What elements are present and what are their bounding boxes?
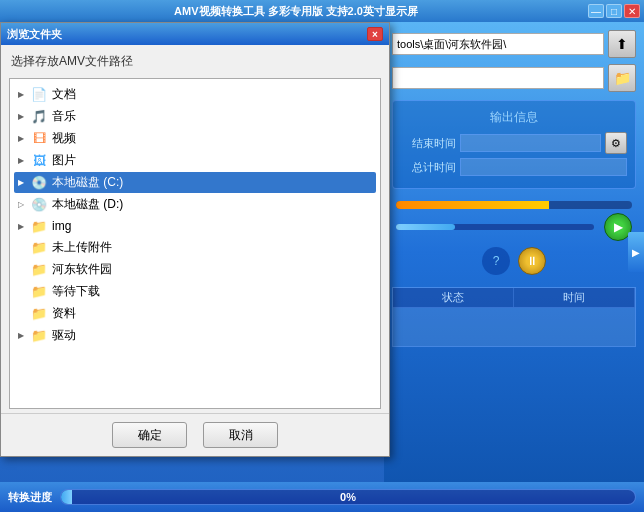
file-type-icon: 🖼 xyxy=(30,153,48,169)
tree-arrow-icon: ▶ xyxy=(18,134,30,143)
file-type-icon: 📁 xyxy=(30,306,48,322)
folder-browse-button[interactable]: 📁 xyxy=(608,64,636,92)
tree-arrow-icon: ▶ xyxy=(18,112,30,121)
tree-item-label: 未上传附件 xyxy=(52,239,112,256)
file-type-icon: 📄 xyxy=(30,87,48,103)
orange-progress-bar xyxy=(396,201,632,209)
total-time-label: 总计时间 xyxy=(401,160,456,175)
tree-item[interactable]: ▶ 🎵 音乐 xyxy=(14,106,376,127)
file-table: 状态 时间 xyxy=(392,287,636,347)
file-type-icon: 💿 xyxy=(30,197,48,213)
tree-arrow-icon: ▷ xyxy=(18,200,30,209)
tree-item-label: 等待下载 xyxy=(52,283,100,300)
end-time-row: 结束时间 ⚙ xyxy=(401,132,627,154)
tree-item[interactable]: ▶ 🎞 视频 xyxy=(14,128,376,149)
tree-item-label: 视频 xyxy=(52,130,76,147)
close-button[interactable]: ✕ xyxy=(624,4,640,18)
file-dialog: 浏览文件夹 × 选择存放AMV文件路径 ▶ 📄 文档 ▶ 🎵 音乐 ▶ 🎞 视频… xyxy=(0,22,390,457)
file-type-icon: 📁 xyxy=(30,262,48,278)
bottom-progress-text: 0% xyxy=(340,491,356,503)
tree-item[interactable]: ▶ 📁 驱动 xyxy=(14,325,376,346)
end-time-settings-button[interactable]: ⚙ xyxy=(605,132,627,154)
tree-item-label: 资料 xyxy=(52,305,76,322)
dialog-title-bar: 浏览文件夹 × xyxy=(1,23,389,45)
maximize-button[interactable]: □ xyxy=(606,4,622,18)
path-input[interactable] xyxy=(392,33,604,55)
folder-up-button[interactable]: ⬆ xyxy=(608,30,636,58)
dialog-cancel-button[interactable]: 取消 xyxy=(203,422,278,448)
file-type-icon: 🎞 xyxy=(30,131,48,147)
total-time-input[interactable] xyxy=(460,158,627,176)
tree-arrow-icon: ▶ xyxy=(18,90,30,99)
tree-item-label: 图片 xyxy=(52,152,76,169)
dialog-title: 浏览文件夹 xyxy=(7,27,367,42)
slider-track[interactable] xyxy=(396,224,594,230)
output-section-title: 输出信息 xyxy=(401,109,627,126)
tree-item[interactable]: 📁 未上传附件 xyxy=(14,237,376,258)
help-button[interactable]: ? xyxy=(482,247,510,275)
tree-item-label: 河东软件园 xyxy=(52,261,112,278)
tree-item-label: 音乐 xyxy=(52,108,76,125)
path-input-row: ⬆ xyxy=(392,30,636,58)
table-col-status: 状态 xyxy=(393,288,514,307)
dialog-ok-button[interactable]: 确定 xyxy=(112,422,187,448)
tree-arrow-icon: ▶ xyxy=(18,331,30,340)
table-col-time: 时间 xyxy=(514,288,635,307)
end-time-input[interactable] xyxy=(460,134,601,152)
dialog-prompt: 选择存放AMV文件路径 xyxy=(1,45,389,74)
slider-fill xyxy=(396,224,455,230)
minimize-button[interactable]: — xyxy=(588,4,604,18)
tree-item[interactable]: 📁 等待下载 xyxy=(14,281,376,302)
bottom-bar: 转换进度 0% xyxy=(0,482,644,512)
nav-arrow-button[interactable]: ▶ xyxy=(628,232,644,272)
file-tree[interactable]: ▶ 📄 文档 ▶ 🎵 音乐 ▶ 🎞 视频 ▶ 🖼 图片 ▶ 💿 本地磁盘 (C:… xyxy=(9,78,381,409)
tree-arrow-icon: ▶ xyxy=(18,178,30,187)
file-type-icon: 📁 xyxy=(30,328,48,344)
tree-item-label: img xyxy=(52,219,71,233)
tree-arrow-icon: ▶ xyxy=(18,222,30,231)
bottom-progress-bar: 0% xyxy=(60,489,636,505)
title-controls: — □ ✕ xyxy=(588,4,640,18)
total-time-row: 总计时间 xyxy=(401,158,627,176)
path-input2[interactable] xyxy=(392,67,604,89)
app-title: AMV视频转换工具 多彩专用版 支持2.0英寸显示屏 xyxy=(4,4,588,19)
file-type-icon: 📁 xyxy=(30,240,48,256)
tree-item[interactable]: ▶ 🖼 图片 xyxy=(14,150,376,171)
control-row2: ? ⏸ xyxy=(396,247,632,275)
tree-item-label: 文档 xyxy=(52,86,76,103)
tree-arrow-icon: ▶ xyxy=(18,156,30,165)
dialog-close-button[interactable]: × xyxy=(367,27,383,41)
tree-item-label: 本地磁盘 (D:) xyxy=(52,196,123,213)
output-section: 输出信息 结束时间 ⚙ 总计时间 xyxy=(392,100,636,189)
pause-button[interactable]: ⏸ xyxy=(518,247,546,275)
dialog-footer: 确定 取消 xyxy=(1,413,389,456)
tree-item[interactable]: ▶ 💿 本地磁盘 (C:) xyxy=(14,172,376,193)
file-type-icon: 📁 xyxy=(30,218,48,234)
bottom-progress-fill xyxy=(61,490,72,504)
tree-item[interactable]: 📁 资料 xyxy=(14,303,376,324)
tree-item[interactable]: ▶ 📄 文档 xyxy=(14,84,376,105)
right-panel: ⬆ 📁 输出信息 结束时间 ⚙ 总计时间 ▶ ? ⏸ xyxy=(384,22,644,482)
file-type-icon: 📁 xyxy=(30,284,48,300)
tree-item-label: 驱动 xyxy=(52,327,76,344)
playback-controls: ▶ xyxy=(396,213,632,241)
tree-item[interactable]: 📁 河东软件园 xyxy=(14,259,376,280)
file-type-icon: 💿 xyxy=(30,175,48,191)
convert-progress-label: 转换进度 xyxy=(8,490,52,505)
tree-item[interactable]: ▶ 📁 img xyxy=(14,216,376,236)
tree-item-label: 本地磁盘 (C:) xyxy=(52,174,123,191)
table-header: 状态 时间 xyxy=(393,288,635,308)
orange-progress-fill xyxy=(396,201,549,209)
end-time-label: 结束时间 xyxy=(401,136,456,151)
slider-area: ▶ ? ⏸ xyxy=(392,197,636,279)
file-type-icon: 🎵 xyxy=(30,109,48,125)
title-bar: AMV视频转换工具 多彩专用版 支持2.0英寸显示屏 — □ ✕ xyxy=(0,0,644,22)
tree-item[interactable]: ▷ 💿 本地磁盘 (D:) xyxy=(14,194,376,215)
path-input-row2: 📁 xyxy=(392,64,636,92)
